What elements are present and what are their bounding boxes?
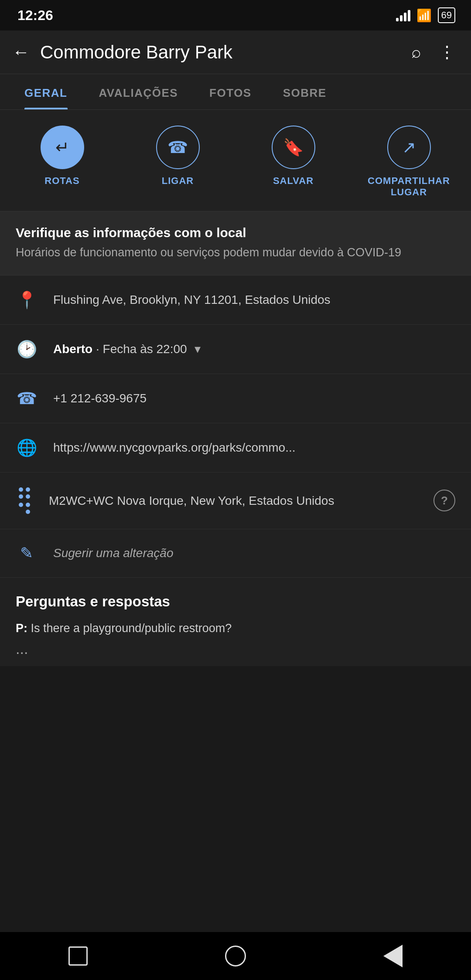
compartilhar-label: COMPARTILHAR LUGAR <box>351 175 467 198</box>
compartilhar-icon: ↗ <box>387 126 431 169</box>
salvar-icon: 🔖 <box>272 126 315 169</box>
nav-back-button[interactable] <box>383 945 403 967</box>
page-title: Commodore Barry Park <box>40 42 397 63</box>
status-time: 12:26 <box>17 7 53 24</box>
actions-row: ↵ ROTAS ☎ LIGAR 🔖 SALVAR ↗ COMPARTILHAR … <box>0 110 471 211</box>
website-row[interactable]: 🌐 https://www.nycgovparks.org/parks/comm… <box>0 423 471 473</box>
wifi-icon: 📶 <box>416 8 432 23</box>
rotas-icon: ↵ <box>41 126 84 169</box>
status-icons: 📶 69 <box>396 7 455 23</box>
phone-row[interactable]: ☎ +1 212-639-9675 <box>0 374 471 423</box>
hours-text: Aberto · Fecha às 22:00 ▾ <box>53 340 455 357</box>
rotas-button[interactable]: ↵ ROTAS <box>4 126 120 187</box>
nav-bar <box>0 932 471 980</box>
address-row[interactable]: 📍 Flushing Ave, Brooklyn, NY 11201, Esta… <box>0 276 471 325</box>
header: ← Commodore Barry Park ⌕ ⋮ <box>0 31 471 74</box>
qa-question[interactable]: P: Is there a playground/public restroom… <box>16 619 455 637</box>
qa-ellipsis: ... <box>16 640 455 657</box>
location-pin-icon: 📍 <box>16 290 38 310</box>
tab-sobre[interactable]: SOBRE <box>267 74 342 109</box>
hours-row[interactable]: 🕑 Aberto · Fecha às 22:00 ▾ <box>0 325 471 374</box>
globe-icon: 🌐 <box>16 438 38 457</box>
covid-notice: Verifique as informações com o local Hor… <box>0 211 471 276</box>
tab-geral[interactable]: GERAL <box>9 74 83 109</box>
signal-icon <box>396 9 410 21</box>
ligar-label: LIGAR <box>162 175 194 187</box>
suggest-edit-row[interactable]: ✎ Sugerir uma alteração <box>0 529 471 578</box>
more-options-button[interactable]: ⋮ <box>435 39 459 65</box>
address-text: Flushing Ave, Brooklyn, NY 11201, Estado… <box>53 291 455 308</box>
ligar-icon: ☎ <box>156 126 200 169</box>
suggest-edit-text: Sugerir uma alteração <box>53 546 173 560</box>
status-bar: 12:26 📶 69 <box>0 0 471 31</box>
qa-title: Perguntas e respostas <box>16 593 455 610</box>
plus-code-icon <box>16 487 33 514</box>
clock-icon: 🕑 <box>16 340 38 359</box>
plus-code-row[interactable]: M2WC+WC Nova Iorque, New York, Estados U… <box>0 473 471 529</box>
nav-home-button[interactable] <box>225 946 246 966</box>
covid-text: Horários de funcionamento ou serviços po… <box>16 245 455 261</box>
nav-square-icon <box>68 946 88 966</box>
nav-square-button[interactable] <box>68 946 88 966</box>
phone-text: +1 212-639-9675 <box>53 390 455 407</box>
phone-icon: ☎ <box>16 389 38 408</box>
plus-code-text: M2WC+WC Nova Iorque, New York, Estados U… <box>49 492 418 509</box>
help-icon[interactable]: ? <box>433 490 455 511</box>
tab-avaliacoes[interactable]: AVALIAÇÕES <box>83 74 194 109</box>
website-text: https://www.nycgovparks.org/parks/commo.… <box>53 439 455 456</box>
covid-title: Verifique as informações com o local <box>16 225 455 240</box>
edit-icon: ✎ <box>16 544 38 562</box>
nav-circle-icon <box>225 946 246 966</box>
nav-triangle-icon <box>383 945 403 967</box>
qa-section: Perguntas e respostas P: Is there a play… <box>0 578 471 667</box>
salvar-label: SALVAR <box>273 175 314 187</box>
rotas-label: ROTAS <box>44 175 79 187</box>
chevron-down-icon: ▾ <box>195 342 201 356</box>
back-button[interactable]: ← <box>12 42 30 62</box>
ligar-button[interactable]: ☎ LIGAR <box>120 126 236 187</box>
salvar-button[interactable]: 🔖 SALVAR <box>236 126 351 187</box>
battery-icon: 69 <box>438 7 455 23</box>
tab-fotos[interactable]: FOTOS <box>194 74 267 109</box>
tabs-bar: GERAL AVALIAÇÕES FOTOS SOBRE <box>0 74 471 110</box>
search-button[interactable]: ⌕ <box>408 39 425 65</box>
compartilhar-button[interactable]: ↗ COMPARTILHAR LUGAR <box>351 126 467 198</box>
